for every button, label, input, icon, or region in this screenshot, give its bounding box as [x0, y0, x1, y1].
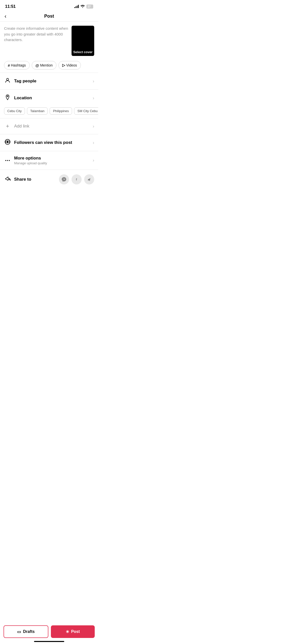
- status-bar: 11:51 27: [0, 0, 98, 11]
- page-header: ‹ Post: [0, 11, 98, 22]
- signal-icon: [74, 5, 79, 8]
- wifi-icon: [80, 5, 85, 9]
- status-time: 11:51: [5, 4, 16, 9]
- add-link-label: Add link: [14, 124, 90, 129]
- battery-icon: 27: [86, 5, 93, 9]
- more-options-label: More options: [14, 156, 90, 161]
- telegram-button[interactable]: [84, 174, 94, 184]
- add-link-chevron: ›: [93, 124, 94, 129]
- share-to-label: Share to: [14, 177, 56, 182]
- description-text: Create more informative content when you…: [4, 26, 69, 56]
- tag-people-icon: [4, 77, 11, 85]
- location-chips: Cebu City Talamban Philippines SM City C…: [0, 106, 98, 118]
- cover-label: Select cover: [73, 50, 93, 54]
- more-options-item[interactable]: More options Manage upload quality ›: [0, 151, 98, 170]
- hashtags-label: Hashtags: [11, 63, 26, 67]
- location-icon: [4, 94, 11, 102]
- back-button[interactable]: ‹: [5, 13, 6, 20]
- videos-icon: ▷: [62, 63, 65, 68]
- location-chip-philippines[interactable]: Philippines: [50, 107, 72, 115]
- location-label: Location: [14, 95, 90, 101]
- tag-people-item[interactable]: Tag people ›: [0, 73, 98, 89]
- mention-chip[interactable]: @ Mention: [32, 61, 56, 70]
- mention-label: Mention: [40, 63, 53, 67]
- followers-label: Followers can view this post: [14, 140, 90, 145]
- facebook-button[interactable]: [72, 174, 82, 184]
- add-link-icon: +: [4, 123, 11, 130]
- add-link-item[interactable]: + Add link ›: [0, 118, 98, 134]
- svg-point-3: [7, 141, 8, 143]
- more-options-icon: [4, 160, 11, 161]
- followers-icon: [4, 139, 11, 146]
- more-options-chevron: ›: [93, 158, 94, 163]
- messenger-button[interactable]: [59, 174, 69, 184]
- chips-row: # Hashtags @ Mention ▷ Videos: [0, 59, 98, 73]
- location-chip-cebu-city[interactable]: Cebu City: [4, 107, 25, 115]
- share-to-icon: [4, 176, 11, 183]
- hashtag-icon: #: [8, 63, 10, 68]
- videos-label: Videos: [66, 63, 77, 67]
- followers-item[interactable]: Followers can view this post ›: [0, 134, 98, 151]
- cover-thumbnail[interactable]: Select cover: [72, 26, 94, 56]
- status-icons: 27: [74, 5, 93, 9]
- followers-chevron: ›: [93, 140, 94, 145]
- more-options-content: More options Manage upload quality: [14, 156, 90, 165]
- share-to-row: Share to: [0, 170, 98, 189]
- location-chip-talamban[interactable]: Talamban: [27, 107, 48, 115]
- description-area: Create more informative content when you…: [0, 22, 98, 59]
- location-chevron: ›: [93, 95, 94, 101]
- location-item[interactable]: Location ›: [0, 90, 98, 106]
- mention-icon: @: [36, 63, 39, 68]
- tag-people-label: Tag people: [14, 79, 90, 84]
- tag-people-chevron: ›: [93, 79, 94, 84]
- page-title: Post: [44, 14, 54, 19]
- share-to-apps: [59, 174, 94, 184]
- location-chip-sm-city[interactable]: SM City Cebu: [74, 107, 98, 115]
- hashtags-chip[interactable]: # Hashtags: [4, 61, 30, 70]
- svg-point-0: [7, 78, 9, 80]
- svg-point-1: [7, 96, 8, 97]
- videos-chip[interactable]: ▷ Videos: [58, 61, 81, 70]
- more-options-subtitle: Manage upload quality: [14, 161, 90, 165]
